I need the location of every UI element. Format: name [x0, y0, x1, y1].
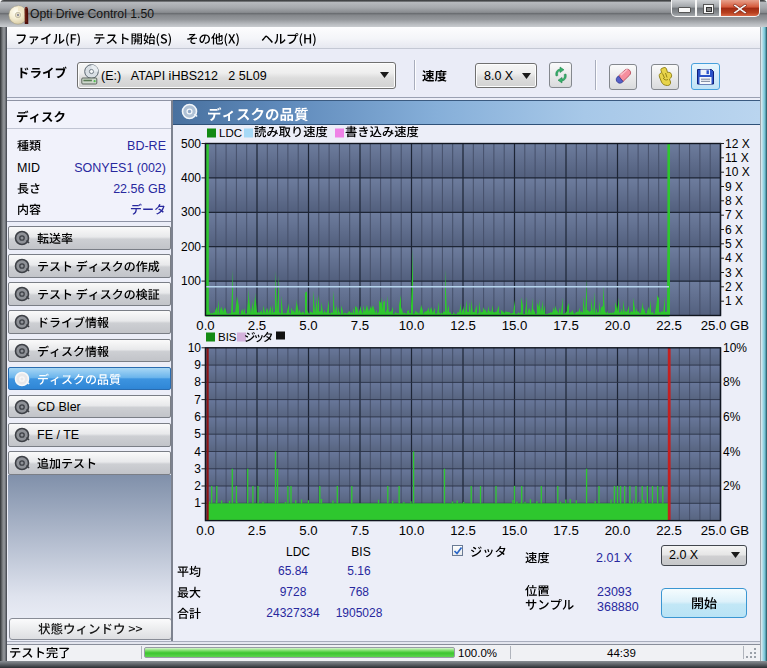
svg-text:22.5: 22.5 — [656, 523, 682, 538]
svg-text:100: 100 — [181, 274, 201, 288]
svg-text:BIS: BIS — [218, 331, 237, 343]
svg-text:10%: 10% — [723, 341, 747, 355]
svg-text:8 X: 8 X — [725, 194, 743, 208]
svg-text:4 X: 4 X — [725, 251, 743, 265]
svg-text:20.0: 20.0 — [605, 523, 631, 538]
svg-text:2 X: 2 X — [725, 280, 743, 294]
svg-text:10: 10 — [188, 341, 202, 355]
svg-text:3: 3 — [194, 462, 201, 476]
svg-text:1: 1 — [194, 496, 201, 510]
svg-text:3 X: 3 X — [725, 266, 743, 280]
svg-text:7: 7 — [194, 393, 201, 407]
svg-text:17.5: 17.5 — [553, 523, 579, 538]
svg-text:9: 9 — [194, 358, 201, 372]
svg-text:400: 400 — [181, 171, 201, 185]
svg-text:15.0: 15.0 — [502, 318, 528, 333]
svg-text:6%: 6% — [723, 410, 741, 424]
svg-text:GB: GB — [730, 318, 749, 333]
svg-text:25.0: 25.0 — [701, 318, 727, 333]
svg-text:6 X: 6 X — [725, 223, 743, 237]
svg-text:5.0: 5.0 — [299, 318, 317, 333]
svg-text:5.0: 5.0 — [299, 523, 317, 538]
svg-text:22.5: 22.5 — [656, 318, 682, 333]
svg-text:7.5: 7.5 — [351, 318, 369, 333]
svg-text:6: 6 — [194, 410, 201, 424]
svg-text:9 X: 9 X — [725, 180, 743, 194]
svg-text:12 X: 12 X — [725, 137, 750, 151]
svg-text:4: 4 — [194, 445, 201, 459]
svg-text:0.0: 0.0 — [196, 318, 214, 333]
svg-text:10.0: 10.0 — [399, 318, 425, 333]
svg-text:0.0: 0.0 — [196, 523, 214, 538]
svg-text:5 X: 5 X — [725, 237, 743, 251]
svg-text:300: 300 — [181, 205, 201, 219]
svg-text:GB: GB — [730, 523, 749, 538]
svg-text:8%: 8% — [723, 375, 741, 389]
svg-text:11 X: 11 X — [725, 151, 749, 165]
svg-text:10.0: 10.0 — [399, 523, 425, 538]
svg-text:4%: 4% — [723, 445, 741, 459]
svg-text:17.5: 17.5 — [553, 318, 579, 333]
svg-text:2: 2 — [194, 479, 201, 493]
svg-text:1 X: 1 X — [725, 294, 743, 308]
svg-text:7 X: 7 X — [725, 208, 743, 222]
svg-text:7.5: 7.5 — [351, 523, 369, 538]
svg-text:25.0: 25.0 — [701, 523, 727, 538]
svg-text:8: 8 — [194, 375, 201, 389]
svg-text:2%: 2% — [723, 479, 741, 493]
svg-text:12.5: 12.5 — [450, 318, 476, 333]
svg-text:200: 200 — [181, 240, 201, 254]
svg-text:10 X: 10 X — [725, 165, 750, 179]
svg-text:20.0: 20.0 — [605, 318, 631, 333]
svg-text:15.0: 15.0 — [502, 523, 528, 538]
svg-text:12.5: 12.5 — [450, 523, 476, 538]
svg-text:2.5: 2.5 — [248, 523, 266, 538]
svg-text:LDC: LDC — [219, 127, 242, 139]
svg-text:5: 5 — [194, 427, 201, 441]
svg-text:500: 500 — [181, 137, 201, 151]
